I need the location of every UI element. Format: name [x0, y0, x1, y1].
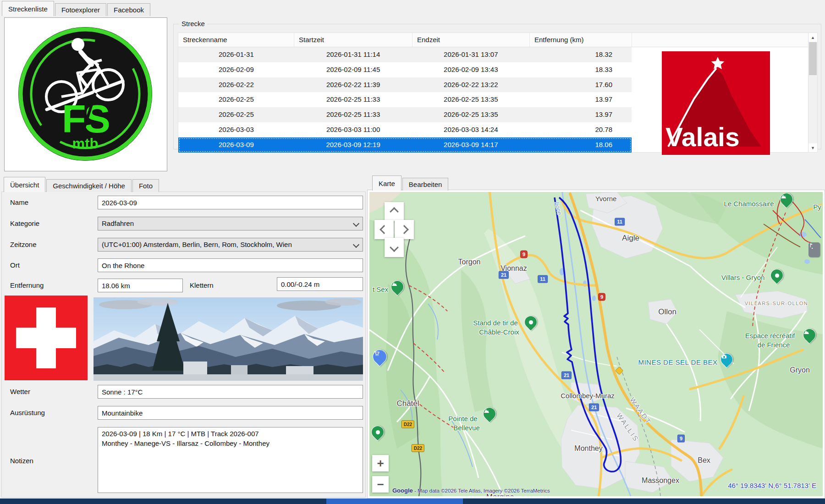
map-label: Pointe de	[448, 415, 477, 422]
road-badge: 21	[499, 271, 509, 279]
map-label: Monthey	[574, 444, 602, 453]
table-row[interactable]: 2026-03-092026-03-09 12:192026-03-09 14:…	[178, 137, 632, 153]
table-row[interactable]: 2026-02-222026-02-22 11:392026-02-22 13:…	[178, 77, 632, 93]
scroll-down-icon[interactable]: ▼	[808, 143, 817, 152]
poi-pin-golf-icon[interactable]	[808, 242, 820, 257]
map-pan-right-button[interactable]	[395, 220, 414, 239]
scroll-up-icon[interactable]: ▲	[808, 33, 817, 42]
ort-label: Ort	[10, 261, 20, 269]
map-coordinates: 46° 19.8343' N,6° 51.7813' E	[728, 482, 816, 489]
valais-logo-icon: Valais	[662, 51, 770, 155]
tab-foto[interactable]: Foto	[132, 179, 159, 192]
map-pan-down-button[interactable]	[385, 238, 404, 257]
road-badge: 11	[538, 275, 548, 283]
map-label: Py	[813, 203, 821, 211]
table-cell: 2026-03-09 12:19	[294, 137, 412, 153]
table-cell: 2026-02-25 11:33	[294, 107, 412, 122]
detail-tabstrip: Übersicht Geschwindigkeit / Höhe Foto	[4, 177, 160, 192]
notizen-textarea[interactable]: 2026-03-09 | 18 Km | 17 °C | MTB | Track…	[98, 427, 363, 493]
klettern-input[interactable]	[277, 277, 363, 291]
column-header[interactable]: Entfernung (km)	[530, 33, 632, 47]
column-header[interactable]: Streckenname	[178, 33, 294, 47]
tab-fotoexplorer[interactable]: Fotoexplorer	[55, 3, 106, 16]
table-cell: 2026-03-03	[178, 122, 294, 137]
map-zoom-out-button[interactable]: −	[372, 476, 389, 493]
kategorie-select[interactable]: Radfahren	[98, 217, 363, 230]
map-label: Ollon	[658, 307, 676, 317]
map-label: Collombey-Muraz	[561, 392, 615, 400]
table-row[interactable]: 2026-02-252026-02-25 11:332026-02-25 13:…	[178, 107, 632, 122]
chevron-down-icon	[353, 241, 359, 248]
zeitzone-select[interactable]: (UTC+01:00) Amsterdam, Berlin, Bern, Rom…	[98, 238, 363, 252]
table-cell: 2026-02-09 13:43	[412, 62, 529, 77]
tab-facebook[interactable]: Facebook	[107, 3, 150, 16]
ort-input[interactable]	[98, 258, 363, 272]
table-cell: 2026-02-22 13:22	[412, 77, 529, 93]
tab-bearbeiten[interactable]: Bearbeiten	[402, 178, 449, 191]
road-badge: D22	[412, 444, 424, 452]
table-cell: 2026-02-09	[178, 62, 294, 77]
notizen-label: Notizen	[10, 457, 33, 465]
tab-uebersicht[interactable]: Übersicht	[4, 177, 45, 192]
table-cell: 2026-03-03 11:00	[294, 122, 412, 137]
chevron-down-icon	[390, 243, 399, 252]
tab-karte[interactable]: Karte	[372, 175, 402, 191]
tab-streckenliste[interactable]: Streckenliste	[2, 1, 54, 16]
map-zoom-in-button[interactable]: +	[372, 455, 389, 471]
zeitzone-value: (UTC+01:00) Amsterdam, Berlin, Bern, Rom…	[102, 241, 292, 248]
map-label: Le Chamossaire	[724, 200, 774, 208]
map-label: Bex	[698, 456, 710, 465]
table-cell: 2026-02-25	[178, 107, 294, 122]
table-cell: 2026-03-09	[178, 137, 294, 153]
map-attribution: Google - Map data ©2026 Tele Atlas, Imag…	[392, 487, 550, 494]
valais-logo: Valais	[662, 51, 770, 155]
wetter-input[interactable]	[98, 385, 363, 399]
chevron-right-icon	[400, 225, 409, 234]
ausruestung-label: Ausrüstung	[10, 409, 45, 416]
table-row[interactable]: 2026-01-312026-01-31 11:142026-01-31 13:…	[178, 47, 632, 62]
ausruestung-input[interactable]	[98, 406, 363, 420]
wetter-label: Wetter	[10, 388, 30, 395]
table-cell: 2026-03-03 14:24	[412, 122, 529, 137]
name-input[interactable]	[98, 196, 363, 209]
map-canvas[interactable]: + − Google - Map data ©2026 Tele Atlas, …	[369, 192, 823, 496]
table-cell: 2026-02-22	[178, 77, 294, 93]
map-label: Yvorne	[595, 195, 617, 203]
map-label: Gryon	[790, 366, 810, 374]
table-row[interactable]: 2026-02-252026-02-25 11:332026-02-25 13:…	[178, 92, 632, 107]
table-cell: 2026-02-25 13:35	[412, 92, 529, 107]
table-cell: 13.97	[529, 107, 632, 122]
map-label: Villars - Gryon	[721, 274, 765, 281]
road-badge: 9	[520, 251, 528, 258]
map-frame: + − Google - Map data ©2026 Tele Atlas, …	[367, 190, 825, 499]
map-label: MINES DE SEL DE BEX	[638, 358, 717, 366]
track-list-scrollbar[interactable]: ▲ ▼	[808, 33, 817, 152]
scrollbar-thumb[interactable]	[809, 42, 817, 75]
name-label: Name	[10, 198, 28, 206]
strecke-group-label: Strecke	[179, 20, 207, 27]
table-row[interactable]: 2026-03-032026-03-03 11:002026-03-03 14:…	[178, 122, 632, 137]
table-cell: 18.33	[529, 62, 632, 77]
table-cell: 17.60	[529, 77, 632, 93]
map-label: Châtel	[396, 399, 419, 408]
zeitzone-label: Zeitzone	[10, 241, 37, 248]
table-row[interactable]: 2026-02-092026-02-09 11:452026-02-09 13:…	[178, 62, 632, 77]
bottom-status-progress	[326, 499, 463, 504]
map-pan-up-button[interactable]	[385, 202, 404, 221]
track-list-header: StreckennameStartzeitEndzeitEntfernung (…	[178, 33, 817, 47]
map-label: Torgon	[458, 258, 481, 266]
swiss-flag-icon	[5, 296, 88, 380]
map-pan-left-button[interactable]	[374, 220, 394, 239]
tab-geschwindigkeit-hoehe[interactable]: Geschwindigkeit / Höhe	[46, 179, 132, 192]
table-cell: 18.32	[529, 47, 632, 62]
table-cell: 2026-02-09 11:45	[294, 62, 412, 77]
column-header[interactable]: Endzeit	[412, 33, 530, 47]
table-cell: 2026-02-25 13:35	[412, 107, 529, 122]
entfernung-input[interactable]	[98, 279, 183, 292]
track-photo	[94, 297, 363, 381]
table-cell: 13.97	[529, 92, 632, 107]
map-label: Massongex	[642, 477, 679, 485]
uebersicht-panel: Name Kategorie Radfahren Zeitzone (UTC+0…	[1, 192, 366, 498]
column-header[interactable]: Startzeit	[294, 33, 412, 47]
chevron-left-icon	[380, 225, 389, 234]
